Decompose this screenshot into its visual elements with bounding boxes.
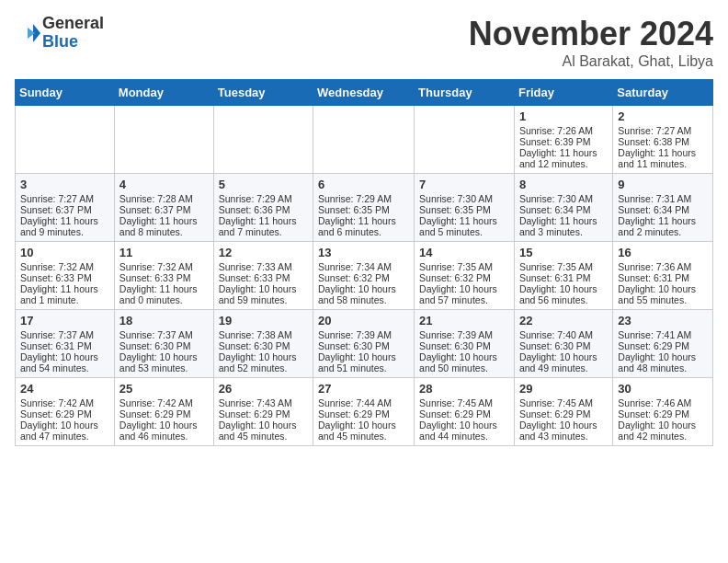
day-number: 12: [219, 246, 308, 259]
day-info: Daylight: 10 hours and 45 minutes.: [219, 419, 308, 442]
day-number: 27: [318, 382, 409, 396]
day-info: Daylight: 10 hours and 50 minutes.: [419, 351, 509, 373]
day-info: Sunset: 6:29 PM: [119, 408, 209, 419]
calendar-cell: 8Sunrise: 7:30 AMSunset: 6:34 PMDaylight…: [514, 174, 612, 242]
day-number: 20: [318, 314, 409, 327]
day-info: Sunset: 6:33 PM: [20, 272, 109, 283]
day-info: Sunrise: 7:46 AM: [618, 397, 708, 408]
day-number: 26: [219, 382, 308, 396]
day-number: 30: [618, 382, 708, 396]
week-row-4: 17Sunrise: 7:37 AMSunset: 6:31 PMDayligh…: [16, 310, 713, 378]
calendar-cell: 15Sunrise: 7:35 AMSunset: 6:31 PMDayligh…: [514, 242, 612, 310]
day-number: 6: [318, 178, 409, 191]
day-info: Daylight: 10 hours and 42 minutes.: [618, 419, 708, 442]
day-info: Sunrise: 7:37 AM: [119, 329, 209, 340]
day-info: Sunset: 6:32 PM: [419, 272, 509, 283]
day-info: Sunset: 6:30 PM: [318, 340, 409, 351]
day-info: Daylight: 10 hours and 59 minutes.: [219, 283, 308, 305]
logo: General Blue: [15, 15, 104, 52]
day-number: 22: [519, 314, 608, 327]
day-info: Sunrise: 7:39 AM: [318, 329, 409, 340]
day-info: Sunrise: 7:28 AM: [119, 193, 209, 204]
day-number: 4: [119, 178, 209, 191]
day-info: Sunset: 6:37 PM: [20, 204, 109, 215]
day-info: Sunset: 6:32 PM: [318, 272, 409, 283]
day-info: Daylight: 10 hours and 43 minutes.: [519, 419, 608, 442]
day-info: Daylight: 11 hours and 12 minutes.: [519, 147, 608, 169]
day-info: Sunset: 6:37 PM: [119, 204, 209, 215]
calendar-cell: 6Sunrise: 7:29 AMSunset: 6:35 PMDaylight…: [313, 174, 415, 242]
logo-blue: Blue: [42, 33, 104, 52]
col-header-sunday: Sunday: [16, 80, 115, 106]
page-header: General Blue November 2024 Al Barakat, G…: [15, 15, 713, 70]
day-info: Sunrise: 7:30 AM: [519, 193, 608, 204]
day-number: 1: [519, 109, 608, 123]
day-info: Daylight: 10 hours and 49 minutes.: [519, 351, 608, 373]
calendar-cell: 3Sunrise: 7:27 AMSunset: 6:37 PMDaylight…: [16, 174, 115, 242]
col-header-saturday: Saturday: [613, 80, 713, 106]
day-number: 24: [20, 382, 109, 396]
calendar-cell: 14Sunrise: 7:35 AMSunset: 6:32 PMDayligh…: [415, 242, 515, 310]
day-info: Sunset: 6:29 PM: [419, 408, 509, 419]
day-info: Daylight: 11 hours and 6 minutes.: [318, 215, 409, 237]
day-info: Daylight: 10 hours and 56 minutes.: [519, 283, 608, 305]
calendar-cell: 29Sunrise: 7:45 AMSunset: 6:29 PMDayligh…: [514, 378, 612, 446]
day-info: Daylight: 11 hours and 5 minutes.: [419, 215, 509, 237]
logo-general: General: [42, 15, 104, 33]
calendar-cell: 19Sunrise: 7:38 AMSunset: 6:30 PMDayligh…: [213, 310, 313, 378]
day-info: Sunset: 6:34 PM: [618, 204, 708, 215]
day-info: Sunrise: 7:41 AM: [618, 329, 708, 340]
day-info: Daylight: 11 hours and 11 minutes.: [618, 147, 708, 169]
calendar-table: SundayMondayTuesdayWednesdayThursdayFrid…: [15, 79, 713, 446]
day-info: Daylight: 10 hours and 44 minutes.: [419, 419, 509, 442]
day-number: 21: [419, 314, 509, 327]
day-info: Daylight: 10 hours and 55 minutes.: [618, 283, 708, 305]
day-info: Sunset: 6:33 PM: [119, 272, 209, 283]
month-title: November 2024: [469, 15, 713, 53]
day-info: Sunrise: 7:39 AM: [419, 329, 509, 340]
day-info: Sunset: 6:35 PM: [419, 204, 509, 215]
day-info: Sunset: 6:30 PM: [519, 340, 608, 351]
day-info: Sunset: 6:36 PM: [219, 204, 308, 215]
week-row-3: 10Sunrise: 7:32 AMSunset: 6:33 PMDayligh…: [16, 242, 713, 310]
day-info: Sunrise: 7:29 AM: [219, 193, 308, 204]
day-number: 29: [519, 382, 608, 396]
day-info: Daylight: 11 hours and 9 minutes.: [20, 215, 109, 237]
day-info: Sunset: 6:29 PM: [618, 340, 708, 351]
calendar-cell: 28Sunrise: 7:45 AMSunset: 6:29 PMDayligh…: [415, 378, 515, 446]
day-number: 8: [519, 178, 608, 191]
day-info: Sunrise: 7:32 AM: [20, 261, 109, 272]
day-info: Daylight: 10 hours and 58 minutes.: [318, 283, 409, 305]
day-number: 18: [119, 314, 209, 327]
day-info: Sunrise: 7:36 AM: [618, 261, 708, 272]
day-info: Daylight: 10 hours and 57 minutes.: [419, 283, 509, 305]
location: Al Barakat, Ghat, Libya: [469, 53, 713, 70]
day-info: Daylight: 10 hours and 46 minutes.: [119, 419, 209, 442]
day-info: Daylight: 10 hours and 48 minutes.: [618, 351, 708, 373]
day-number: 19: [219, 314, 308, 327]
day-number: 5: [219, 178, 308, 191]
day-info: Sunrise: 7:31 AM: [618, 193, 708, 204]
calendar-cell: 1Sunrise: 7:26 AMSunset: 6:39 PMDaylight…: [514, 106, 612, 174]
day-info: Daylight: 11 hours and 7 minutes.: [219, 215, 308, 237]
day-info: Sunrise: 7:35 AM: [419, 261, 509, 272]
calendar-cell: 27Sunrise: 7:44 AMSunset: 6:29 PMDayligh…: [313, 378, 415, 446]
col-header-wednesday: Wednesday: [313, 80, 415, 106]
day-number: 10: [20, 246, 109, 259]
week-row-2: 3Sunrise: 7:27 AMSunset: 6:37 PMDaylight…: [16, 174, 713, 242]
calendar-cell: 21Sunrise: 7:39 AMSunset: 6:30 PMDayligh…: [415, 310, 515, 378]
calendar-cell: 10Sunrise: 7:32 AMSunset: 6:33 PMDayligh…: [16, 242, 115, 310]
day-number: 3: [20, 178, 109, 191]
day-info: Daylight: 11 hours and 0 minutes.: [119, 283, 209, 305]
calendar-cell: 4Sunrise: 7:28 AMSunset: 6:37 PMDaylight…: [114, 174, 213, 242]
calendar-cell: [313, 106, 415, 174]
calendar-cell: 18Sunrise: 7:37 AMSunset: 6:30 PMDayligh…: [114, 310, 213, 378]
day-info: Daylight: 10 hours and 51 minutes.: [318, 351, 409, 373]
calendar-cell: 2Sunrise: 7:27 AMSunset: 6:38 PMDaylight…: [613, 106, 713, 174]
day-info: Sunrise: 7:40 AM: [519, 329, 608, 340]
day-number: 13: [318, 246, 409, 259]
day-info: Sunrise: 7:42 AM: [20, 397, 109, 408]
calendar-cell: 24Sunrise: 7:42 AMSunset: 6:29 PMDayligh…: [16, 378, 115, 446]
day-info: Sunset: 6:29 PM: [20, 408, 109, 419]
day-info: Sunrise: 7:37 AM: [20, 329, 109, 340]
